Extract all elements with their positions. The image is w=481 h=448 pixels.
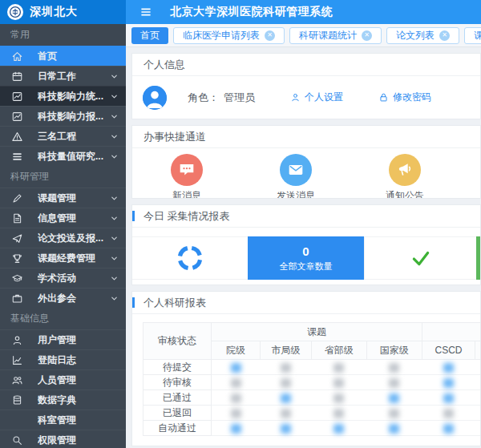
role-value: 管理员 (224, 91, 255, 103)
blurred-value (333, 394, 344, 403)
blurred-value (281, 394, 291, 403)
report-subcol: CSCD (422, 341, 475, 360)
sidebar-item-list[interactable]: 科技量值研究... (0, 146, 126, 166)
personal-settings-link[interactable]: 个人设置 (290, 91, 343, 104)
sidebar-item-label: 论文投送及报... (38, 232, 110, 245)
tab-close-icon[interactable]: ✕ (362, 30, 372, 41)
tab-4[interactable]: 课题费用报表✕ (464, 27, 481, 44)
chevron-down-icon (110, 92, 119, 101)
tab-3[interactable]: 论文列表✕ (386, 27, 459, 44)
sidebar-item-chart-line[interactable]: 登陆日志 (0, 349, 126, 369)
report-cell[interactable] (311, 360, 366, 375)
sidebar-item-user[interactable]: 用户管理 (0, 329, 126, 349)
database-icon (11, 394, 23, 406)
stat-next-cell-partial (476, 236, 480, 280)
quick-channel-header: 办事快捷通道 (132, 126, 480, 148)
report-cell[interactable] (211, 375, 260, 390)
change-password-link[interactable]: 修改密码 (378, 91, 431, 104)
report-cell[interactable] (366, 390, 422, 406)
blurred-value (443, 363, 454, 373)
sidebar-item-trophy[interactable]: 课题经费管理 (0, 248, 126, 268)
blurred-value (389, 363, 399, 373)
blurred-value (231, 409, 241, 418)
report-cell[interactable] (261, 360, 312, 375)
report-subcol: SCI (475, 341, 480, 360)
sidebar-section-header: 常用 (0, 24, 126, 46)
report-cell[interactable] (475, 360, 480, 375)
report-cell[interactable] (211, 421, 260, 436)
sidebar-item-pen[interactable]: 课题管理 (0, 188, 126, 208)
blurred-value (281, 409, 291, 418)
stat-total-articles[interactable]: 0 全部文章数量 (248, 236, 364, 280)
sidebar-item-label: 课题经费管理 (38, 252, 110, 265)
report-cell[interactable] (261, 406, 312, 421)
report-cell[interactable] (422, 421, 475, 436)
report-row-label: 自动通过 (143, 421, 212, 436)
sidebar-item-label: 课题管理 (38, 192, 110, 205)
sidebar-item-label: 科技量值研究... (38, 150, 110, 163)
header-main: 北京大学深圳医院科研管理系统 (126, 0, 481, 24)
report-cell[interactable] (366, 360, 422, 375)
sidebar-item-home[interactable]: 首页 (0, 46, 126, 66)
chevron-down-icon (110, 234, 119, 243)
sidebar-item-database[interactable]: 数据字典 (0, 389, 126, 410)
app-window: 深圳北大 北京大学深圳医院科研管理系统 常用首页日常工作科技影响力统...科技影… (0, 0, 481, 448)
report-cell[interactable] (422, 406, 475, 421)
report-cell[interactable] (475, 390, 480, 406)
report-cell[interactable] (475, 421, 480, 436)
report-cell[interactable] (475, 406, 480, 421)
sidebar-item-chart-box[interactable]: 科技影响力报... (0, 106, 126, 126)
sidebar-item-briefcase[interactable]: 外出参会 (0, 288, 126, 308)
sidebar-item-label: 用户管理 (38, 333, 119, 347)
quick-item-chat[interactable]: 新消息 (132, 154, 241, 198)
sidebar-item-file[interactable]: 信息管理 (0, 208, 126, 228)
role-label: 角色： (188, 91, 219, 103)
report-cell[interactable] (311, 421, 366, 436)
blurred-value (389, 378, 399, 388)
sidebar-item-label: 登陆日志 (38, 353, 119, 367)
sidebar-item-paper-plane[interactable]: 论文投送及报... (0, 228, 126, 248)
quick-item-megaphone[interactable]: 通知公告 (350, 154, 459, 198)
sidebar-item-magnifier[interactable]: 权限管理 (0, 430, 126, 448)
sidebar-item-warning[interactable]: 三名工程 (0, 126, 126, 146)
chevron-down-icon (110, 112, 119, 121)
sidebar-item-label: 科技影响力报... (38, 110, 110, 123)
sidebar-item-none[interactable]: 科室管理 (0, 410, 126, 430)
tab-close-icon[interactable]: ✕ (265, 30, 275, 41)
report-cell[interactable] (261, 421, 312, 436)
report-row-label: 已退回 (143, 406, 212, 421)
report-cell[interactable] (211, 390, 260, 406)
tab-1[interactable]: 临床医学申请列表✕ (173, 27, 285, 44)
report-subcol: 院级 (211, 341, 260, 360)
logo[interactable]: 深圳北大 (0, 0, 126, 24)
report-cell[interactable] (311, 390, 366, 406)
report-cell[interactable] (261, 375, 312, 390)
report-cell[interactable] (422, 390, 475, 406)
report-cell[interactable] (311, 406, 366, 421)
report-cell[interactable] (366, 421, 422, 436)
blurred-value (231, 424, 241, 434)
report-cell[interactable] (366, 375, 422, 390)
tab-close-icon[interactable]: ✕ (439, 30, 450, 41)
sidebar-item-chart-box[interactable]: 科技影响力统... (0, 86, 126, 106)
report-cell[interactable] (475, 375, 480, 390)
report-cell[interactable] (211, 406, 260, 421)
blurred-value (333, 424, 344, 434)
sidebar-item-users[interactable]: 人员管理 (0, 369, 126, 389)
avatar[interactable] (143, 86, 167, 110)
report-cell[interactable] (261, 390, 312, 406)
menu-toggle-icon[interactable] (139, 6, 152, 18)
report-cell[interactable] (422, 360, 475, 375)
report-cell[interactable] (311, 375, 366, 390)
sidebar-item-calendar[interactable]: 日常工作 (0, 66, 126, 86)
tab-home[interactable]: 首页 (131, 27, 168, 44)
quick-item-mail[interactable]: 发送消息 (241, 154, 350, 198)
main-content: 个人信息 角色：管理员 个人设置 修改密码 (126, 48, 481, 448)
sidebar-item-grad-cap[interactable]: 学术活动 (0, 268, 126, 288)
tab-2[interactable]: 科研课题统计✕ (289, 27, 382, 44)
report-cell[interactable] (422, 375, 475, 390)
report-cell[interactable] (366, 406, 422, 421)
sidebar-item-label: 科室管理 (38, 414, 119, 427)
lock-icon (378, 92, 389, 103)
report-cell[interactable] (211, 360, 260, 375)
